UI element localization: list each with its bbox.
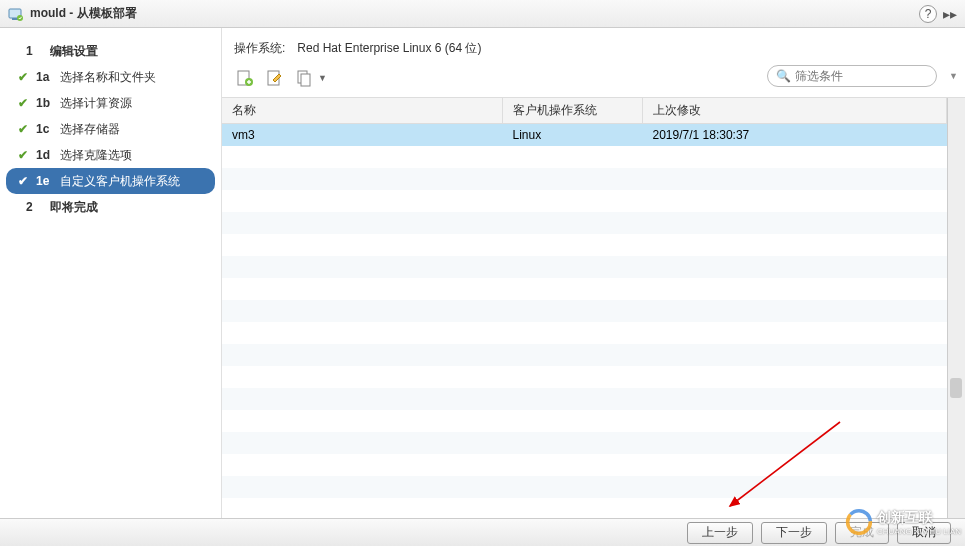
table-row[interactable] [222, 410, 947, 432]
copy-spec-icon[interactable] [294, 67, 316, 89]
col-guest-os[interactable]: 客户机操作系统 [502, 98, 642, 124]
toolbar: ▼ 🔍 ▼ [222, 63, 965, 98]
cancel-button[interactable]: 取消 [897, 522, 951, 544]
vertical-scrollbar[interactable] [947, 98, 965, 518]
step-label: 即将完成 [50, 199, 98, 216]
expand-icon[interactable]: ▸▸ [943, 6, 957, 22]
filter-input[interactable] [795, 69, 945, 83]
search-icon: 🔍 [776, 69, 791, 83]
table-row[interactable] [222, 234, 947, 256]
os-info-row: 操作系统: Red Hat Enterprise Linux 6 (64 位) [222, 28, 965, 63]
table-row[interactable]: vm3 Linux 2019/7/1 18:30:37 [222, 124, 947, 147]
next-button[interactable]: 下一步 [761, 522, 827, 544]
spec-table: 名称 客户机操作系统 上次修改 vm3 Linux 2019/7/1 18:30… [222, 98, 947, 518]
edit-spec-icon[interactable] [264, 67, 286, 89]
table-row[interactable] [222, 432, 947, 454]
os-value: Red Hat Enterprise Linux 6 (64 位) [297, 41, 481, 55]
step-customize-guest-os[interactable]: ✔ 1e 自定义客户机操作系统 [6, 168, 215, 194]
cell-guest: Linux [502, 124, 642, 147]
table-row[interactable] [222, 146, 947, 168]
table-row[interactable] [222, 322, 947, 344]
table-row[interactable] [222, 344, 947, 366]
new-spec-icon[interactable] [234, 67, 256, 89]
table-row[interactable] [222, 212, 947, 234]
table-header-row: 名称 客户机操作系统 上次修改 [222, 98, 947, 124]
table-row[interactable] [222, 168, 947, 190]
col-last-modified[interactable]: 上次修改 [642, 98, 947, 124]
table-row[interactable] [222, 454, 947, 476]
check-icon: ✔ [18, 122, 34, 136]
check-icon: ✔ [18, 148, 34, 162]
step-edit-settings[interactable]: 1 编辑设置 [0, 38, 221, 64]
filter-box[interactable]: 🔍 ▼ [767, 65, 937, 87]
table-row[interactable] [222, 300, 947, 322]
window-title: mould - 从模板部署 [30, 5, 919, 22]
finish-button: 完成 [835, 522, 889, 544]
svg-rect-7 [301, 74, 310, 86]
step-label: 选择名称和文件夹 [60, 69, 156, 86]
step-select-name-folder[interactable]: ✔ 1a 选择名称和文件夹 [0, 64, 221, 90]
step-label: 自定义客户机操作系统 [60, 173, 180, 190]
step-select-storage[interactable]: ✔ 1c 选择存储器 [0, 116, 221, 142]
step-label: 编辑设置 [50, 43, 98, 60]
help-icon[interactable]: ? [919, 5, 937, 23]
step-ready-complete[interactable]: 2 即将完成 [0, 194, 221, 220]
scrollbar-thumb[interactable] [950, 378, 962, 398]
back-button[interactable]: 上一步 [687, 522, 753, 544]
main-panel: 操作系统: Red Hat Enterprise Linux 6 (64 位) … [222, 28, 965, 518]
step-label: 选择计算资源 [60, 95, 132, 112]
step-select-compute[interactable]: ✔ 1b 选择计算资源 [0, 90, 221, 116]
step-label: 选择克隆选项 [60, 147, 132, 164]
check-icon: ✔ [18, 174, 34, 188]
cell-modified: 2019/7/1 18:30:37 [642, 124, 947, 147]
table-row[interactable] [222, 256, 947, 278]
vm-icon [8, 6, 24, 22]
dropdown-arrow-icon[interactable]: ▼ [318, 73, 327, 83]
title-bar: mould - 从模板部署 ? ▸▸ [0, 0, 965, 28]
step-select-clone-options[interactable]: ✔ 1d 选择克隆选项 [0, 142, 221, 168]
table-row[interactable] [222, 388, 947, 410]
wizard-footer: 上一步 下一步 完成 取消 [0, 518, 965, 546]
table-row[interactable] [222, 278, 947, 300]
table-row[interactable] [222, 366, 947, 388]
col-name[interactable]: 名称 [222, 98, 502, 124]
chevron-down-icon[interactable]: ▼ [949, 71, 958, 81]
check-icon: ✔ [18, 96, 34, 110]
step-label: 选择存储器 [60, 121, 120, 138]
os-label: 操作系统: [234, 40, 294, 57]
check-icon: ✔ [18, 70, 34, 84]
cell-name: vm3 [222, 124, 502, 147]
table-row[interactable] [222, 190, 947, 212]
table-row[interactable] [222, 476, 947, 498]
wizard-steps-sidebar: 1 编辑设置 ✔ 1a 选择名称和文件夹 ✔ 1b 选择计算资源 ✔ 1c 选择… [0, 28, 222, 518]
